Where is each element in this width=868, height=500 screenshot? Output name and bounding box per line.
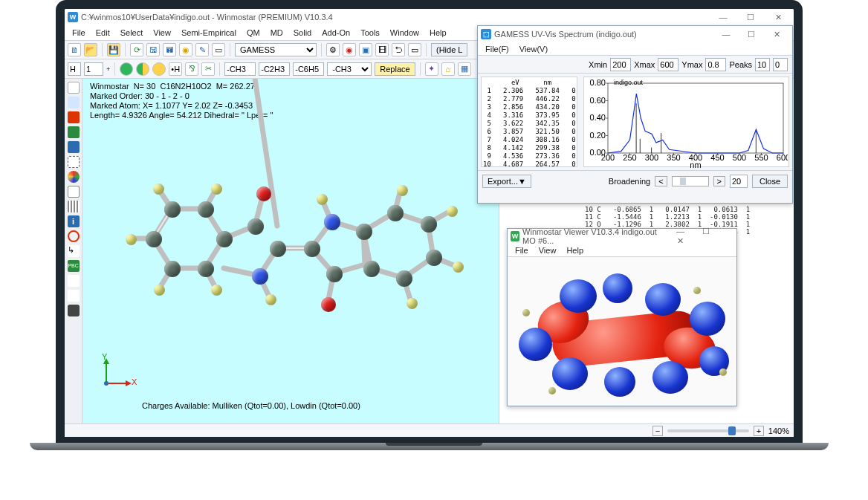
- side-hex-icon[interactable]: [68, 186, 80, 198]
- menu-md[interactable]: MD: [266, 27, 288, 39]
- element-input[interactable]: [68, 62, 81, 76]
- mo-menu-help[interactable]: Help: [562, 244, 588, 256]
- side-grid2-icon[interactable]: [68, 201, 80, 212]
- side-yz-icon[interactable]: [68, 290, 80, 302]
- uv-min-button[interactable]: —: [713, 30, 739, 39]
- menu-qm[interactable]: QM: [242, 27, 265, 39]
- bond-h-icon[interactable]: •H: [169, 62, 182, 76]
- broad-left-button[interactable]: <: [655, 176, 667, 186]
- coin-icon[interactable]: ◉: [179, 43, 192, 56]
- uv-max-button[interactable]: ☐: [739, 30, 764, 39]
- zoom-in-button[interactable]: +: [754, 426, 764, 436]
- mo-canvas[interactable]: [508, 257, 736, 406]
- side-doc-icon[interactable]: [68, 82, 80, 94]
- side-blue-icon[interactable]: [68, 141, 80, 153]
- side-circle-icon[interactable]: [68, 230, 80, 242]
- side-info-icon[interactable]: i: [68, 215, 80, 227]
- side-grid-icon[interactable]: [68, 97, 80, 108]
- edit-icon[interactable]: ✎: [195, 43, 209, 56]
- ymax-input[interactable]: [705, 58, 726, 71]
- side-axis-icon[interactable]: ↳: [68, 245, 80, 257]
- run-red-icon[interactable]: ◉: [343, 43, 356, 56]
- uv-close-btn[interactable]: Close: [752, 175, 788, 188]
- zoom-slider[interactable]: [667, 429, 749, 432]
- mo-menu-file[interactable]: File: [511, 244, 533, 256]
- percent-icon[interactable]: ⅋: [185, 62, 198, 76]
- mo-viewer-window[interactable]: W Winmostar Viewer V10.3.4 indigo.out MO…: [507, 228, 737, 406]
- replace-button[interactable]: Replace: [375, 62, 415, 76]
- uv-plot: indigo.out 0.000.200.400.600.80200250300…: [583, 77, 789, 167]
- menu-help[interactable]: Help: [425, 27, 451, 39]
- molecule-canvas[interactable]: Winmostar N= 30 C16N2H10O2 M= 262.27 Mar…: [82, 79, 499, 423]
- axis-indicator: Y X: [97, 355, 135, 394]
- engine-combo[interactable]: GAMESS: [235, 43, 317, 56]
- mo-close-button[interactable]: ✕: [668, 236, 693, 246]
- save-alt-icon[interactable]: 🖬: [163, 43, 176, 56]
- frag3-combo[interactable]: [293, 62, 324, 76]
- sphere-yellow-icon[interactable]: [152, 62, 166, 76]
- tool-c-icon[interactable]: ▦: [458, 62, 471, 76]
- new-file-icon[interactable]: 🗎: [68, 43, 81, 56]
- sphere-green-icon[interactable]: [120, 62, 133, 76]
- open-file-icon[interactable]: 📂: [84, 43, 97, 56]
- frag4-combo[interactable]: -CH3: [327, 62, 372, 76]
- tool-a-icon[interactable]: ✦: [425, 62, 438, 76]
- export-button[interactable]: Export...▼: [482, 175, 531, 188]
- gear-icon[interactable]: ⚙: [326, 43, 340, 56]
- broadening-slider[interactable]: [672, 176, 709, 186]
- save-blue-icon[interactable]: 🖫: [146, 43, 160, 56]
- uvvis-window[interactable]: ⬚ GAMESS UV-Vis Spectrum (indigo.out) —☐…: [477, 25, 793, 204]
- frag2-combo[interactable]: [259, 62, 290, 76]
- menu-view[interactable]: View: [149, 27, 175, 39]
- element-num-input[interactable]: [84, 62, 103, 76]
- plus-icon[interactable]: +: [106, 65, 110, 73]
- film-icon[interactable]: 🎞: [375, 43, 389, 56]
- menu-edit[interactable]: Edit: [91, 27, 114, 39]
- cut-icon[interactable]: ✂: [201, 62, 215, 76]
- side-green-icon[interactable]: [68, 126, 80, 138]
- menu-semiempirical[interactable]: Semi-Empirical: [177, 27, 241, 39]
- menu-window[interactable]: Window: [386, 27, 424, 39]
- menu-solid[interactable]: Solid: [289, 27, 316, 39]
- side-camera-icon[interactable]: [68, 305, 80, 316]
- zoom-out-button[interactable]: −: [652, 426, 663, 436]
- broad-right-button[interactable]: >: [713, 176, 725, 186]
- svg-text:0.80: 0.80: [590, 79, 606, 87]
- back-icon[interactable]: ⮌: [392, 43, 405, 56]
- save-icon[interactable]: 💾: [107, 43, 120, 56]
- dash-icon[interactable]: ▭: [408, 43, 421, 56]
- run-blue-icon[interactable]: ▣: [359, 43, 372, 56]
- side-pbc-icon[interactable]: PBC: [68, 260, 80, 272]
- ymax-label: Ymax: [681, 60, 702, 69]
- sphere-split-icon[interactable]: [136, 62, 149, 76]
- uv-menu-view[interactable]: View(V): [515, 43, 552, 55]
- uv-table: eV nm f 1 2.306 537.84 0.2666 2 2.779 44…: [481, 77, 577, 167]
- peaks-a-input[interactable]: [755, 58, 770, 71]
- peaks-b-input[interactable]: [773, 58, 788, 71]
- mo-menu-view[interactable]: View: [534, 244, 561, 256]
- uv-close-button[interactable]: ✕: [764, 30, 789, 39]
- xmax-input[interactable]: [658, 58, 678, 71]
- side-dash-icon[interactable]: [68, 156, 80, 168]
- mo-max-button[interactable]: ☐: [693, 227, 719, 236]
- menu-addon[interactable]: Add-On: [317, 27, 354, 39]
- window-icon[interactable]: ▭: [212, 43, 225, 56]
- reload-icon[interactable]: ⟳: [130, 43, 143, 56]
- menu-file[interactable]: File: [68, 27, 90, 39]
- frag1-combo[interactable]: [224, 62, 256, 76]
- xmin-input[interactable]: [610, 58, 631, 71]
- side-xy-icon[interactable]: [68, 275, 80, 287]
- uv-menu-file[interactable]: File(F): [481, 43, 514, 55]
- mo-min-button[interactable]: —: [668, 227, 693, 236]
- close-button[interactable]: ✕: [765, 13, 791, 22]
- broadening-input[interactable]: [730, 175, 748, 188]
- tool-b-icon[interactable]: ⌂: [441, 62, 455, 76]
- minimize-button[interactable]: —: [710, 13, 736, 22]
- menu-tools[interactable]: Tools: [356, 27, 384, 39]
- hide-button[interactable]: (Hide L: [431, 43, 467, 56]
- side-red-icon[interactable]: [68, 111, 80, 123]
- maximize-button[interactable]: ☐: [738, 13, 763, 22]
- side-color-icon[interactable]: [68, 171, 80, 183]
- svg-text:0.40: 0.40: [590, 113, 606, 122]
- menu-select[interactable]: Select: [116, 27, 148, 39]
